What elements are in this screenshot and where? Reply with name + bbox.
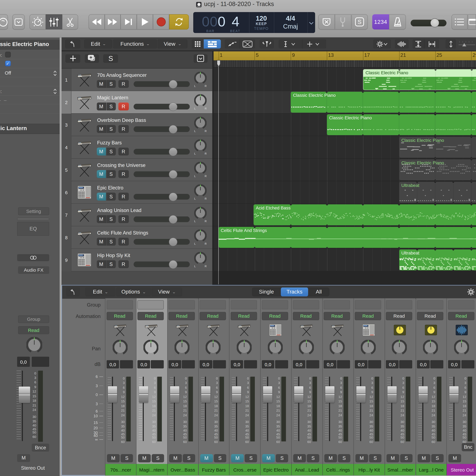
svg-text:S: S	[108, 55, 113, 63]
svg-text:S: S	[358, 19, 361, 25]
